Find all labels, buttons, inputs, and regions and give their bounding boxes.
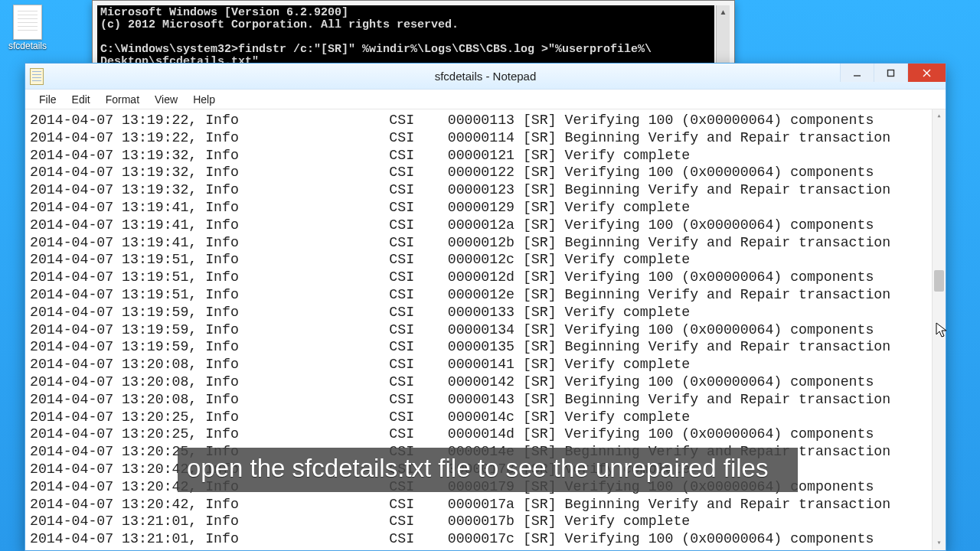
notepad-scrollbar[interactable]: ▴ ▾ [932, 109, 946, 550]
scroll-up-icon[interactable]: ▲ [717, 5, 730, 18]
window-title: sfcdetails - Notepad [25, 70, 946, 83]
svg-rect-1 [888, 70, 894, 76]
scroll-down-icon[interactable]: ▾ [933, 536, 946, 550]
menu-help[interactable]: Help [185, 91, 223, 108]
minimize-button[interactable] [840, 64, 874, 82]
desktop-file-label: sfcdetails [3, 41, 52, 51]
menu-edit[interactable]: Edit [64, 91, 98, 108]
notepad-icon [30, 68, 44, 85]
titlebar[interactable]: sfcdetails - Notepad [25, 64, 946, 90]
menu-format[interactable]: Format [98, 91, 147, 108]
scroll-thumb[interactable] [934, 270, 944, 292]
scroll-up-icon[interactable]: ▴ [933, 109, 946, 123]
menubar: File Edit Format View Help [25, 90, 946, 109]
close-button[interactable] [907, 64, 946, 82]
menu-file[interactable]: File [31, 91, 64, 108]
caption-overlay: open the sfcdetails.txt file to see the … [178, 448, 798, 492]
maximize-button[interactable] [874, 64, 907, 82]
text-file-icon [13, 5, 42, 40]
menu-view[interactable]: View [147, 91, 185, 108]
desktop-file-icon[interactable]: sfcdetails [3, 5, 52, 51]
